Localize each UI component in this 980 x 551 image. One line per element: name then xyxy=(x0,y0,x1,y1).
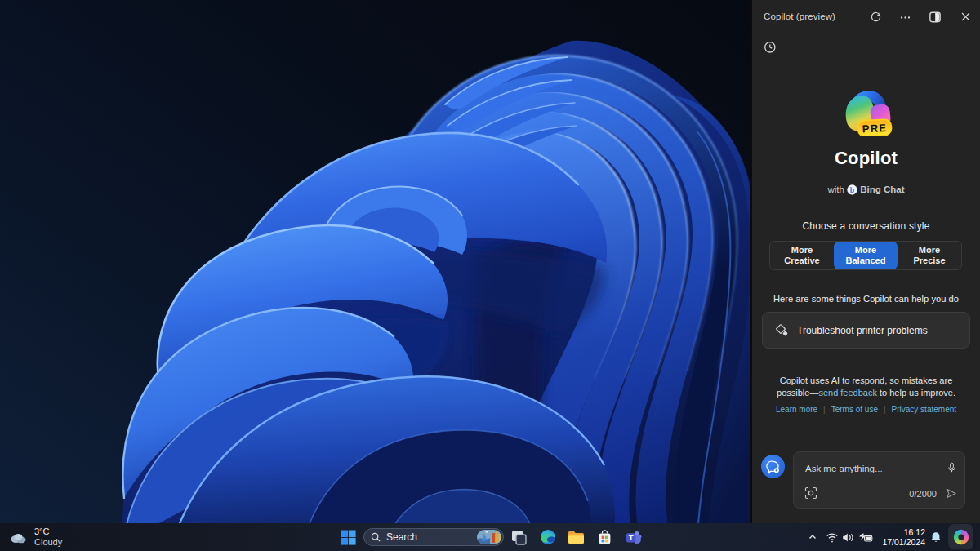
svg-text:PRE: PRE xyxy=(862,122,887,136)
svg-text:T: T xyxy=(628,533,633,542)
svg-text:b: b xyxy=(850,186,855,194)
